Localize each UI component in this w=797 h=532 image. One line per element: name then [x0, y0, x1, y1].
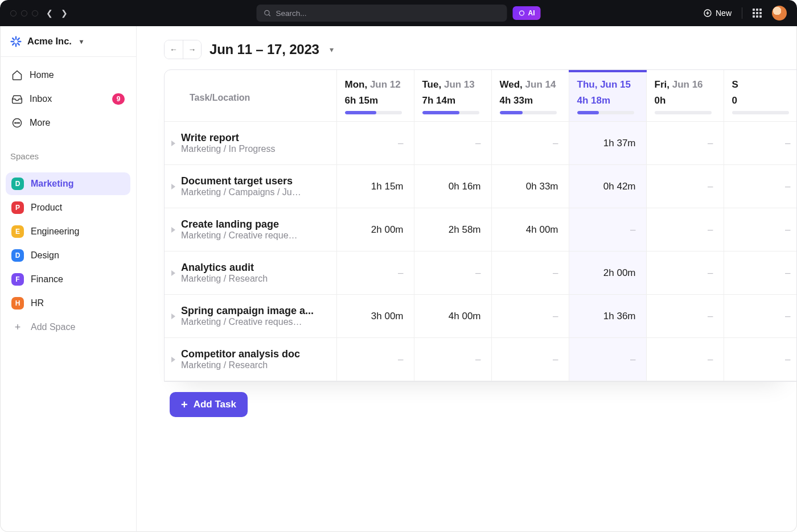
spaces-header: Spaces: [0, 141, 136, 166]
time-cell[interactable]: –: [724, 165, 797, 208]
time-cell[interactable]: –: [646, 338, 724, 381]
time-cell[interactable]: –: [646, 208, 724, 251]
time-cell[interactable]: –: [414, 338, 491, 381]
task-cell[interactable]: Analytics auditMarketing / Research: [165, 251, 336, 295]
task-cell[interactable]: Document target usersMarketing / Campaig…: [165, 165, 336, 208]
time-cell[interactable]: 0h 33m: [491, 165, 569, 208]
time-cell[interactable]: –: [336, 122, 414, 165]
caret-right-icon[interactable]: [171, 184, 175, 189]
day-hours-total: 6h 15m: [345, 95, 406, 106]
nav-inbox[interactable]: Inbox 9: [6, 88, 130, 110]
caret-right-icon[interactable]: [171, 141, 175, 146]
window-close-dot[interactable]: [10, 10, 17, 17]
time-cell[interactable]: –: [491, 122, 569, 165]
column-day-head[interactable]: Wed, Jun 144h 33m: [491, 70, 569, 122]
day-hours-total: 0: [732, 95, 793, 106]
add-space-button[interactable]: +Add Space: [6, 316, 130, 339]
time-cell[interactable]: –: [336, 251, 414, 295]
time-cell[interactable]: 3h 00m: [336, 295, 414, 338]
caret-right-icon[interactable]: [171, 357, 175, 362]
task-cell[interactable]: Write reportMarketing / In Progress: [165, 122, 336, 165]
topbar-right: New: [703, 6, 787, 20]
history-nav: ❮ ❯: [46, 9, 68, 18]
task-row: Competitor analysis docMarketing / Resea…: [165, 338, 797, 381]
time-cell[interactable]: 2h 00m: [569, 251, 646, 295]
space-color-icon: P: [11, 201, 24, 214]
workspace-name: Acme Inc.: [27, 36, 72, 47]
next-week-button[interactable]: →: [183, 40, 201, 59]
time-cell[interactable]: –: [724, 338, 797, 381]
time-cell[interactable]: –: [491, 251, 569, 295]
search-wrap: Search... AI: [257, 5, 541, 22]
svg-line-11: [18, 43, 19, 44]
sidebar-space-finance[interactable]: FFinance: [6, 268, 130, 291]
time-cell[interactable]: –: [646, 295, 724, 338]
column-day-head[interactable]: Fri, Jun 160h: [646, 70, 724, 122]
time-cell[interactable]: –: [646, 251, 724, 295]
sidebar-space-hr[interactable]: HHR: [6, 292, 130, 315]
nav-more[interactable]: More: [6, 112, 130, 134]
column-task-head: Task/Location: [165, 70, 336, 122]
sidebar: Acme Inc. ▾ Home Inbox 9 More: [0, 26, 137, 532]
spaces-list: DMarketingPProductEEngineeringDDesignFFi…: [0, 166, 136, 345]
nav-home[interactable]: Home: [6, 64, 130, 86]
sidebar-space-design[interactable]: DDesign: [6, 244, 130, 267]
caret-right-icon[interactable]: [171, 270, 175, 276]
home-icon: [11, 69, 23, 81]
task-cell[interactable]: Create landing pageMarketing / Creative …: [165, 208, 336, 251]
apps-icon[interactable]: [753, 9, 762, 18]
forward-button[interactable]: ❯: [61, 9, 68, 18]
time-cell[interactable]: –: [724, 122, 797, 165]
time-cell[interactable]: –: [569, 208, 646, 251]
caret-right-icon[interactable]: [171, 227, 175, 233]
prev-week-button[interactable]: ←: [165, 40, 183, 59]
time-cell[interactable]: 0h 16m: [414, 165, 491, 208]
window-min-dot[interactable]: [21, 10, 27, 17]
time-cell[interactable]: –: [491, 338, 569, 381]
add-task-button[interactable]: + Add Task: [170, 392, 248, 417]
date-range-title[interactable]: Jun 11 – 17, 2023: [209, 42, 319, 57]
time-cell[interactable]: –: [724, 251, 797, 295]
time-cell[interactable]: 0h 42m: [569, 165, 646, 208]
workspace-switcher[interactable]: Acme Inc. ▾: [0, 26, 136, 57]
sidebar-space-engineering[interactable]: EEngineering: [6, 220, 130, 243]
back-button[interactable]: ❮: [46, 9, 53, 18]
time-cell[interactable]: 1h 15m: [336, 165, 414, 208]
time-cell[interactable]: –: [336, 338, 414, 381]
sidebar-space-product[interactable]: PProduct: [6, 196, 130, 219]
user-avatar[interactable]: [772, 6, 787, 20]
time-cell[interactable]: –: [646, 165, 724, 208]
time-cell[interactable]: –: [569, 338, 646, 381]
chevron-down-icon[interactable]: ▾: [330, 45, 334, 54]
sidebar-space-marketing[interactable]: DMarketing: [6, 172, 130, 195]
time-cell[interactable]: –: [724, 295, 797, 338]
time-cell[interactable]: 4h 00m: [491, 208, 569, 251]
caret-right-icon[interactable]: [171, 314, 175, 319]
search-input[interactable]: Search...: [257, 5, 507, 22]
column-day-head[interactable]: Tue, Jun 137h 14m: [414, 70, 491, 122]
window-max-dot[interactable]: [32, 10, 38, 17]
time-cell[interactable]: –: [414, 122, 491, 165]
column-day-head[interactable]: Thu, Jun 154h 18m: [569, 70, 646, 122]
new-button[interactable]: New: [703, 9, 732, 18]
time-cell[interactable]: –: [491, 295, 569, 338]
time-cell[interactable]: –: [414, 251, 491, 295]
day-heading: Fri, Jun 16: [655, 79, 716, 90]
time-cell[interactable]: 1h 36m: [569, 295, 646, 338]
time-cell[interactable]: –: [724, 208, 797, 251]
task-cell[interactable]: Competitor analysis docMarketing / Resea…: [165, 338, 336, 381]
time-cell[interactable]: 2h 58m: [414, 208, 491, 251]
task-path: Marketing / In Progress: [181, 144, 275, 154]
inbox-badge: 9: [112, 93, 125, 105]
search-placeholder: Search...: [276, 9, 307, 18]
column-day-head[interactable]: S 0: [724, 70, 797, 122]
ai-button[interactable]: AI: [513, 6, 541, 20]
task-cell[interactable]: Spring campaign image a...Marketing / Cr…: [165, 295, 336, 338]
time-cell[interactable]: 4h 00m: [414, 295, 491, 338]
time-cell[interactable]: –: [646, 122, 724, 165]
column-day-head[interactable]: Mon, Jun 126h 15m: [336, 70, 414, 122]
time-cell[interactable]: 2h 00m: [336, 208, 414, 251]
svg-point-15: [15, 122, 16, 123]
time-cell[interactable]: 1h 37m: [569, 122, 646, 165]
task-row: Write reportMarketing / In Progress–––1h…: [165, 122, 797, 165]
